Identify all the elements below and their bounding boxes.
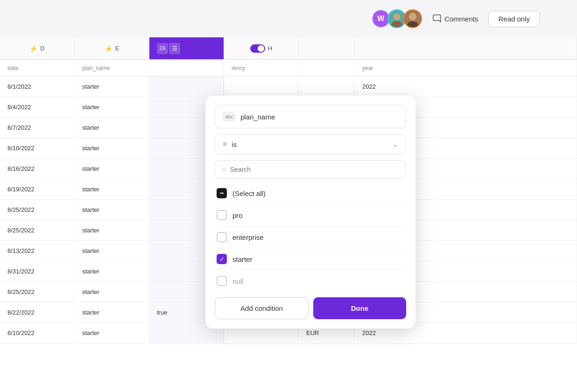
cell-rency xyxy=(224,77,299,97)
filter-popup: abc plan_name ≡ is ⌄ ○ − (Select all) pr… xyxy=(205,96,415,329)
options-list: − (Select all) pro enterprise ✓ starter … xyxy=(215,182,406,292)
cell-plan-name: starter xyxy=(75,97,149,117)
comments-label: Comments xyxy=(444,15,478,23)
cell-currency xyxy=(299,77,355,97)
option-label-starter: starter xyxy=(232,255,253,263)
main-container: W xyxy=(0,0,577,392)
table-row: 8/1/2022 starter 2022 xyxy=(0,77,577,97)
operator-label: is xyxy=(232,140,393,148)
option-item-null[interactable]: null xyxy=(215,270,406,292)
cell-date: 8/16/2022 xyxy=(0,159,75,179)
sort-za-button[interactable]: ZA xyxy=(157,43,168,54)
read-only-button[interactable]: Read only xyxy=(488,11,540,27)
cell-col3 xyxy=(149,77,224,97)
cell-plan-name: starter xyxy=(75,77,149,97)
cell-date: 8/1/2022 xyxy=(0,77,75,97)
cell-plan-name: starter xyxy=(75,220,149,240)
popup-footer: Add condition Done xyxy=(215,297,406,319)
filter-field-name: plan_name xyxy=(240,113,275,121)
search-icon: ○ xyxy=(222,165,226,174)
col-label-row: date plan_name rency year xyxy=(0,60,577,77)
col-label-date: date xyxy=(0,60,75,76)
sort-icon-group: ZA ☰ xyxy=(157,43,180,54)
option-item-enterprise[interactable]: enterprise xyxy=(215,226,406,248)
cell-date: 8/31/2022 xyxy=(0,261,75,281)
option-item-select_all[interactable]: − (Select all) xyxy=(215,182,406,204)
cell-date: 8/7/2022 xyxy=(0,118,75,138)
checkbox-partial: − xyxy=(217,188,227,198)
cell-date: 8/25/2022 xyxy=(0,200,75,220)
svg-point-4 xyxy=(409,13,416,20)
option-item-starter[interactable]: ✓ starter xyxy=(215,248,406,270)
abc-icon: abc xyxy=(223,112,236,121)
lightning-icon-e: ⚡ xyxy=(105,45,113,52)
col-label-currency xyxy=(299,60,355,76)
chevron-down-icon: ⌄ xyxy=(393,140,398,148)
col-header-d: ⚡ D xyxy=(0,37,75,59)
cell-plan-name: starter xyxy=(75,323,149,343)
option-item-pro[interactable]: pro xyxy=(215,204,406,226)
read-only-label: Read only xyxy=(498,15,530,23)
cell-date: 8/13/2022 xyxy=(0,241,75,261)
col-header-ef: ZA ☰ xyxy=(149,37,224,59)
col-header-currency xyxy=(299,37,355,59)
cell-plan-name: starter xyxy=(75,261,149,281)
lightning-icon-d: ⚡ xyxy=(29,45,37,52)
add-condition-button[interactable]: Add condition xyxy=(215,297,309,319)
done-button[interactable]: Done xyxy=(313,297,406,319)
add-condition-label: Add condition xyxy=(240,304,283,312)
option-label-null: null xyxy=(232,277,243,285)
cell-date: 8/25/2022 xyxy=(0,220,75,240)
cell-plan-name: starter xyxy=(75,200,149,220)
search-box: ○ xyxy=(215,160,406,179)
cell-date: 8/4/2022 xyxy=(0,97,75,117)
col-label-year: year xyxy=(355,60,577,76)
cell-plan-name: starter xyxy=(75,241,149,261)
checkbox-checked: ✓ xyxy=(217,254,227,264)
done-label: Done xyxy=(351,304,369,312)
search-input[interactable] xyxy=(230,166,399,173)
col-header-h: H xyxy=(224,37,299,59)
col-header-year xyxy=(355,37,577,59)
cell-date: 8/10/2022 xyxy=(0,323,75,343)
cell-plan-name: starter xyxy=(75,179,149,199)
checkbox-unchecked xyxy=(217,210,227,220)
cell-date: 8/25/2022 xyxy=(0,282,75,302)
cell-plan-name: starter xyxy=(75,118,149,138)
checkbox-unchecked xyxy=(217,232,227,242)
cell-date: 8/10/2022 xyxy=(0,138,75,158)
cell-plan-name: starter xyxy=(75,159,149,179)
option-label-pro: pro xyxy=(232,211,243,219)
filter-field-display: abc plan_name xyxy=(215,105,406,128)
cell-date: 8/22/2022 xyxy=(0,302,75,322)
top-bar: W xyxy=(0,0,577,37)
filter-button[interactable]: ☰ xyxy=(169,43,180,54)
comments-button[interactable]: Comments xyxy=(428,11,483,27)
cell-plan-name: starter xyxy=(75,282,149,302)
option-label-select_all: (Select all) xyxy=(232,189,266,197)
cell-year: 2022 xyxy=(355,77,577,97)
comment-icon xyxy=(432,14,442,24)
col-header-e: ⚡ E xyxy=(75,37,149,59)
col-label-plan-name: plan_name xyxy=(75,60,149,76)
checkbox-unchecked xyxy=(217,276,227,286)
cell-plan-name: starter xyxy=(75,138,149,158)
avatars-group: W xyxy=(372,9,422,28)
svg-point-1 xyxy=(394,14,400,20)
filter-operator[interactable]: ≡ is ⌄ xyxy=(215,134,406,154)
table-header: ⚡ D ⚡ E ZA ☰ H xyxy=(0,37,577,60)
option-label-enterprise: enterprise xyxy=(232,233,264,241)
col-label-rency: rency xyxy=(224,60,299,76)
avatar-user3 xyxy=(403,9,422,28)
cell-plan-name: starter xyxy=(75,302,149,322)
col-label-ef xyxy=(149,60,224,76)
cell-date: 8/19/2022 xyxy=(0,179,75,199)
toggle-icon-h xyxy=(250,44,265,53)
equals-icon: ≡ xyxy=(223,140,227,148)
